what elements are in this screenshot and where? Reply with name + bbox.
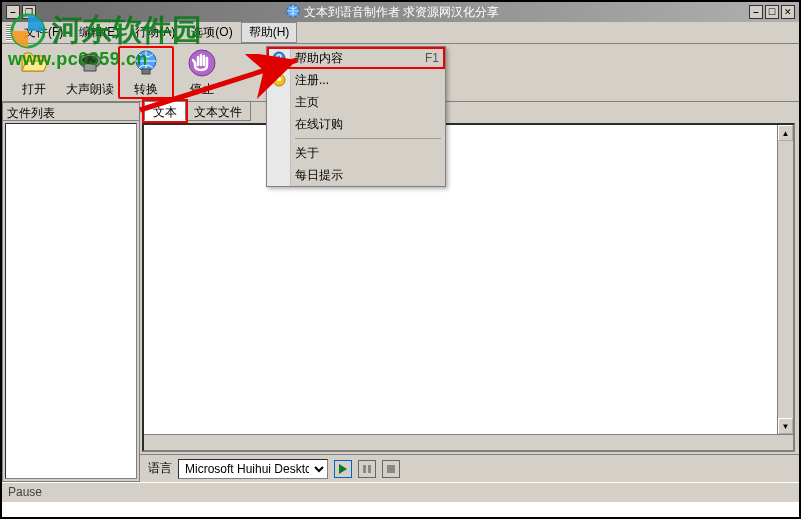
scroll-up-icon[interactable]: ▲ [778,125,793,141]
folder-open-icon [18,47,50,79]
menu-help-shortcut: F1 [425,51,439,65]
menu-register[interactable]: 注册... [267,69,445,91]
menu-file[interactable]: 文件(F) [16,22,71,43]
window-title: 文本到语音制作者 求资源网汉化分享 [36,4,749,21]
menu-separator [295,138,441,139]
text-editor[interactable]: ▲ ▼ [142,123,795,452]
sys-icons-right: ‒ ☐ ✕ [749,5,795,19]
sidebar: 文件列表 [2,102,140,482]
stop-button[interactable]: 停止 [174,46,230,99]
pause-button[interactable] [358,460,376,478]
svg-text:?: ? [276,53,282,64]
menu-about[interactable]: 关于 [267,142,445,164]
open-button[interactable]: 打开 [6,46,62,99]
menu-register-label: 注册... [295,72,329,89]
svg-rect-8 [387,465,395,473]
convert-label: 转换 [134,81,158,98]
hand-stop-icon [186,47,218,79]
menu-order-online[interactable]: 在线订购 [267,113,445,135]
menu-options[interactable]: 选项(O) [183,22,240,43]
titlebar: ‒ ❐ 文本到语音制作者 求资源网汉化分享 ‒ ☐ ✕ [2,2,799,22]
read-aloud-button[interactable]: 大声朗读 [62,46,118,99]
menu-help-content[interactable]: ? 帮助内容 F1 [267,47,445,69]
tabs: 文本 文本文件 [140,101,799,121]
app-icon [286,4,300,21]
help-dropdown: ? 帮助内容 F1 注册... 主页 在线订购 关于 每日提示 [266,46,446,187]
sys-minimize-1[interactable]: ‒ [6,5,20,19]
menu-edit[interactable]: 编辑(E) [71,22,127,43]
language-select[interactable]: Microsoft Huihui Desktc [178,459,328,479]
statusbar: Pause [2,482,799,502]
main-panel: 文本 文本文件 ▲ ▼ 语言 Microsoft Huihui Desktc [140,102,799,482]
menubar: 文件(F) 编辑(E) 行动(A) 选项(O) 帮助(H) [2,22,799,44]
scrollbar-horizontal[interactable] [144,434,793,450]
menu-action[interactable]: 行动(A) [127,22,183,43]
menu-daily-tip-label: 每日提示 [295,167,343,184]
bottom-bar: 语言 Microsoft Huihui Desktc [140,454,799,482]
read-aloud-label: 大声朗读 [66,81,114,98]
speaker-icon [74,47,106,79]
sys-close[interactable]: ✕ [781,5,795,19]
globe-convert-icon [130,47,162,79]
sidebar-header: 文件列表 [3,103,139,121]
svg-point-2 [82,56,98,64]
svg-rect-4 [142,69,150,74]
menubar-grip[interactable] [6,25,12,41]
status-text: Pause [8,485,42,499]
scroll-down-icon[interactable]: ▼ [778,418,793,434]
stop-playback-button[interactable] [382,460,400,478]
file-list[interactable] [5,123,137,479]
help-icon: ? [271,50,287,66]
menu-order-online-label: 在线订购 [295,116,343,133]
menu-daily-tip[interactable]: 每日提示 [267,164,445,186]
scrollbar-vertical[interactable]: ▲ ▼ [777,125,793,434]
menu-homepage[interactable]: 主页 [267,91,445,113]
play-button[interactable] [334,460,352,478]
sys-minimize-2[interactable]: ‒ [749,5,763,19]
sys-maximize[interactable]: ☐ [765,5,779,19]
menu-homepage-label: 主页 [295,94,319,111]
menu-about-label: 关于 [295,145,319,162]
register-icon [271,72,287,88]
convert-button[interactable]: 转换 [118,46,174,99]
svg-rect-6 [363,465,366,473]
tab-text[interactable]: 文本 [144,101,186,121]
tab-text-file[interactable]: 文本文件 [185,101,251,121]
menu-help[interactable]: 帮助(H) [241,22,298,43]
window-title-text: 文本到语音制作者 求资源网汉化分享 [304,4,499,21]
menu-help-content-label: 帮助内容 [295,50,343,67]
language-label: 语言 [148,460,172,477]
sys-restore-1[interactable]: ❐ [22,5,36,19]
open-label: 打开 [22,81,46,98]
sys-icons-left: ‒ ❐ [6,5,36,19]
stop-label: 停止 [190,81,214,98]
svg-rect-7 [368,465,371,473]
